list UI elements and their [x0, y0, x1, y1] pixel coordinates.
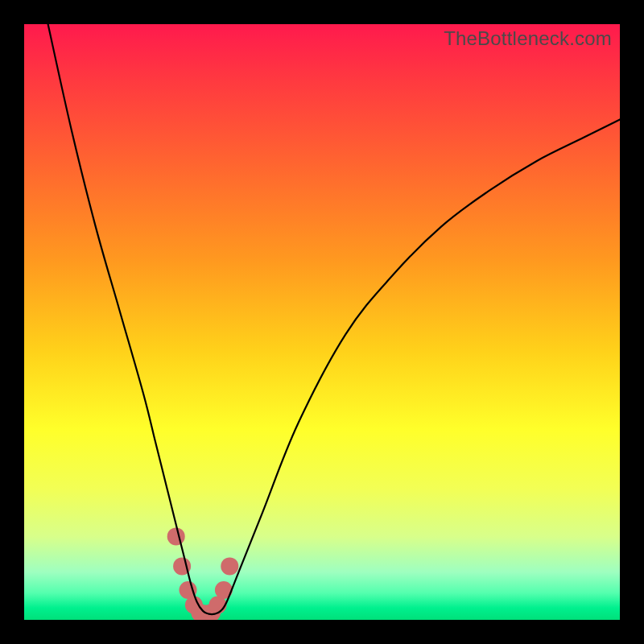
highlight-markers	[167, 527, 239, 620]
plot-area: TheBottleneck.com	[24, 24, 620, 620]
curve-layer	[24, 24, 620, 620]
watermark-text: TheBottleneck.com	[444, 27, 612, 50]
highlight-marker	[167, 527, 185, 545]
bottleneck-curve	[48, 24, 620, 614]
highlight-marker	[221, 557, 238, 575]
chart-frame: TheBottleneck.com	[0, 0, 644, 644]
